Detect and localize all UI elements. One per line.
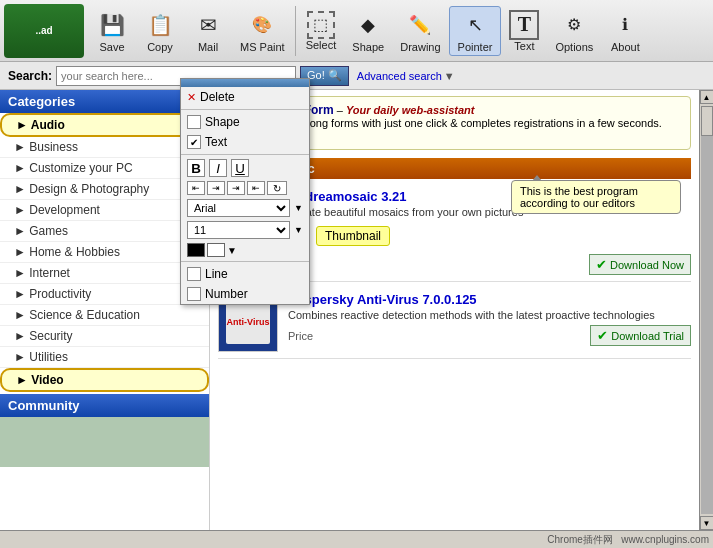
toolbar-copy[interactable]: 📋 Copy: [136, 7, 184, 55]
toolbar-select[interactable]: ⬚ Select: [298, 9, 345, 53]
ctx-color-row: ▼: [181, 241, 309, 259]
sidebar-item-internet[interactable]: ► Internet: [0, 263, 209, 284]
scrollbar[interactable]: ▲ ▼: [699, 90, 713, 530]
sidebar-design-bullet: ►: [14, 182, 29, 196]
sidebar-item-science[interactable]: ► Science & Education: [0, 305, 209, 326]
sidebar: Categories ► Audio ► Business ► Customiz…: [0, 90, 210, 530]
editors-tooltip: This is the best program according to ou…: [511, 180, 681, 214]
sidebar-item-home[interactable]: ► Home & Hobbies: [0, 242, 209, 263]
sidebar-internet-label: Internet: [29, 266, 70, 280]
ctx-underline-button[interactable]: U: [231, 159, 249, 177]
ctx-size-select[interactable]: 11: [187, 221, 290, 239]
sidebar-video-bullet: ►: [16, 373, 31, 387]
mspaint-icon: 🎨: [246, 9, 278, 41]
sidebar-item-audio[interactable]: ► Audio: [0, 113, 209, 137]
ctx-align-center[interactable]: ⇥: [207, 181, 225, 195]
ctx-italic-button[interactable]: I: [209, 159, 227, 177]
app1-download-button[interactable]: ✔ Download Now: [589, 254, 691, 275]
roboform-text: RoboForm – Your daily web-assistant Fill…: [273, 103, 684, 141]
toolbar-options[interactable]: ⚙ Options: [547, 7, 601, 55]
scroll-thumb[interactable]: [701, 106, 713, 136]
chrome-text: Chrome插件网 www.cnplugins.com: [547, 533, 709, 547]
download-check-icon: ✔: [596, 257, 607, 272]
sidebar-item-customize[interactable]: ► Customize your PC: [0, 158, 209, 179]
statusbar: Chrome插件网 www.cnplugins.com: [0, 530, 713, 548]
ctx-color-arrow[interactable]: ▼: [227, 245, 237, 256]
ctx-text-item[interactable]: ✔ Text: [181, 132, 309, 152]
ctx-size-row: 11 ▼: [181, 219, 309, 241]
toolbar-mail-label: Mail: [198, 41, 218, 53]
toolbar-mspaint[interactable]: 🎨 MS Paint: [232, 7, 293, 55]
ctx-font-select[interactable]: Arial: [187, 199, 290, 217]
ctx-line-item[interactable]: Line: [181, 264, 309, 284]
ctx-line-checkbox[interactable]: [187, 267, 201, 281]
ctx-color-black[interactable]: [187, 243, 205, 257]
sidebar-home-label: Home & Hobbies: [29, 245, 120, 259]
sidebar-item-games[interactable]: ► Games: [0, 221, 209, 242]
sidebar-item-productivity[interactable]: ► Productivity: [0, 284, 209, 305]
thumbnail-badge: Thumbnail: [316, 226, 390, 246]
sidebar-item-dev[interactable]: ► Development: [0, 200, 209, 221]
toolbar-about[interactable]: ℹ About: [601, 7, 649, 55]
price-label: Price: [288, 330, 313, 342]
sidebar-productivity-label: Productivity: [29, 287, 91, 301]
sidebar-business-bullet: ►: [14, 140, 29, 154]
text-icon: T: [509, 10, 539, 40]
toolbar-text-label: Text: [514, 40, 534, 52]
ctx-shape-item[interactable]: Shape: [181, 112, 309, 132]
toolbar-shape-label: Shape: [352, 41, 384, 53]
ctx-shape-checkbox[interactable]: [187, 115, 201, 129]
ctx-sep-1: [181, 109, 309, 110]
sidebar-customize-label: Customize your PC: [29, 161, 132, 175]
toolbar-shape[interactable]: ◆ Shape: [344, 7, 392, 55]
toolbar-pointer[interactable]: ↖ Pointer: [449, 6, 502, 56]
toolbar-text[interactable]: T Text: [501, 8, 547, 54]
toolbar-drawing[interactable]: ✏️ Drawing: [392, 7, 448, 55]
ctx-align-justify[interactable]: ⇤: [247, 181, 265, 195]
app1-actions: ✔ Download Now: [288, 254, 691, 275]
sidebar-item-design[interactable]: ► Design & Photography: [0, 179, 209, 200]
ctx-delete-label: Delete: [200, 90, 235, 104]
app2-download-label: Download Trial: [611, 330, 684, 342]
ctx-number-checkbox[interactable]: [187, 287, 201, 301]
sidebar-video-label: Video: [31, 373, 63, 387]
sidebar-item-video[interactable]: ► Video: [0, 368, 209, 392]
shape-icon: ◆: [352, 9, 384, 41]
download-trial-check-icon: ✔: [597, 328, 608, 343]
advanced-search-link[interactable]: Advanced search: [357, 70, 442, 82]
ctx-color-white[interactable]: [207, 243, 225, 257]
sidebar-business-label: Business: [29, 140, 78, 154]
kasp-logo-text: Anti-Virus: [227, 317, 270, 327]
ctx-format-row: B I U: [181, 157, 309, 179]
ctx-text-checkbox[interactable]: ✔: [187, 135, 201, 149]
ctx-delete-item[interactable]: ✕ Delete: [181, 87, 309, 107]
sidebar-dev-bullet: ►: [14, 203, 29, 217]
ctx-select-arrow: ▼: [294, 203, 303, 213]
ctx-shape-label: Shape: [205, 115, 240, 129]
sidebar-item-security[interactable]: ► Security: [0, 326, 209, 347]
sidebar-item-business[interactable]: ► Business: [0, 137, 209, 158]
search-arrow: ▼: [444, 70, 455, 82]
sidebar-home-bullet: ►: [14, 245, 29, 259]
ctx-rotate-button[interactable]: ↻: [267, 181, 287, 195]
app2-title[interactable]: Kaspersky Anti-Virus 7.0.0.125: [288, 292, 691, 307]
app2-download-button[interactable]: ✔ Download Trial: [590, 325, 691, 346]
delete-x-icon: ✕: [187, 91, 196, 104]
toolbar-mail[interactable]: ✉ Mail: [184, 7, 232, 55]
community-image: [0, 417, 209, 467]
sidebar-item-utilities[interactable]: ► Utilities: [0, 347, 209, 368]
ctx-bold-button[interactable]: B: [187, 159, 205, 177]
ctx-number-item[interactable]: Number: [181, 284, 309, 304]
ctx-align-left[interactable]: ⇤: [187, 181, 205, 195]
ctx-align-right[interactable]: ⇥: [227, 181, 245, 195]
scroll-down-button[interactable]: ▼: [700, 516, 714, 530]
toolbar-save[interactable]: 💾 Save: [88, 7, 136, 55]
toolbar: ..ad 💾 Save 📋 Copy ✉ Mail 🎨 MS Paint ⬚ S…: [0, 0, 713, 62]
scroll-up-button[interactable]: ▲: [700, 90, 714, 104]
sidebar-utilities-label: Utilities: [29, 350, 68, 364]
categories-header: Categories: [0, 90, 209, 113]
sidebar-internet-bullet: ►: [14, 266, 29, 280]
drawing-icon: ✏️: [404, 9, 436, 41]
ctx-size-arrow: ▼: [294, 225, 303, 235]
save-icon: 💾: [96, 9, 128, 41]
